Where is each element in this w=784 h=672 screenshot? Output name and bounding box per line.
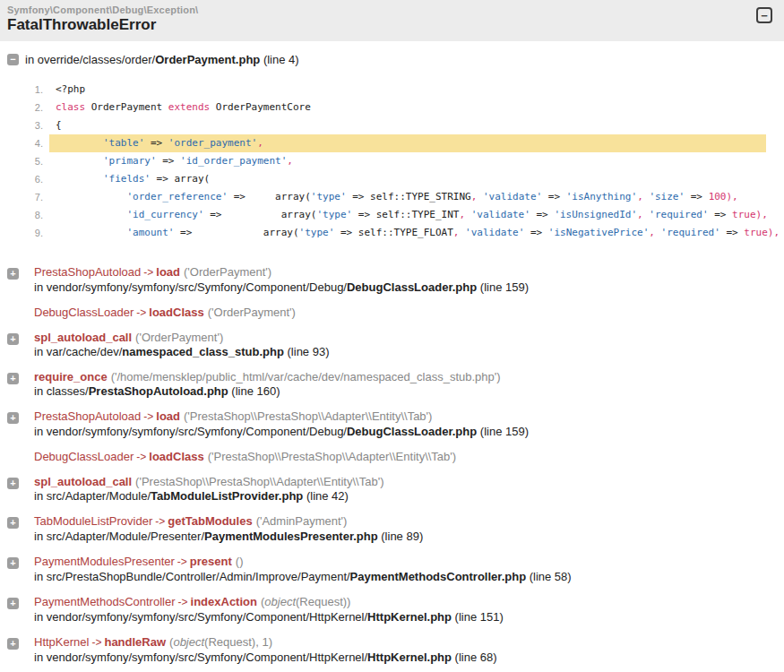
trace-entry-body: DebugClassLoader->loadClass('PrestaShop\… <box>34 450 456 464</box>
collapse-all-icon: − <box>761 10 768 22</box>
trace-entry-body: PaymentModulesPresenter->present()in src… <box>34 555 572 584</box>
trace-method-name: getTabModules <box>168 514 252 528</box>
code-text: 'primary' => 'id_order_payment', <box>49 152 766 170</box>
trace-icon-column: + <box>7 475 34 504</box>
line-number: 7. <box>0 188 43 206</box>
trace-file-location: in vendor/symfony/symfony/src/Symfony/Co… <box>34 425 529 439</box>
code-line: 1.<?php <box>0 81 784 99</box>
expand-plus-icon[interactable]: + <box>7 598 19 609</box>
trace-call-line[interactable]: require_once('/home/mensklep/public_html… <box>34 370 501 383</box>
expand-plus-icon[interactable]: + <box>7 268 19 280</box>
line-number: 5. <box>0 152 43 170</box>
trace-icon-column: + <box>7 265 34 295</box>
trace-entry-body: spl_autoload_call('OrderPayment')in var/… <box>34 331 330 359</box>
trace-method-name: handleRaw <box>104 635 166 649</box>
trace-arguments: () <box>236 555 244 568</box>
expand-plus-icon[interactable]: + <box>7 333 19 345</box>
collapse-all-button[interactable]: − <box>756 7 772 23</box>
trace-line-number: (line 68) <box>452 650 497 664</box>
trace-class-name: PrestaShopAutoload <box>34 409 141 423</box>
code-line: 7. 'order_reference' => array('type' => … <box>0 188 784 206</box>
trace-file-name: namespaced_class_stub.php <box>122 345 284 358</box>
trace-entry: +PaymentModulesPresenter->present()in sr… <box>7 555 784 584</box>
collapse-source-icon[interactable]: − <box>7 54 19 65</box>
code-text: 'id_currency' => array('type' => self::T… <box>49 206 768 224</box>
trace-call-line[interactable]: spl_autoload_call('PrestaShop\\PrestaSho… <box>34 475 383 488</box>
trace-icon-column: + <box>7 635 34 665</box>
trace-class-name: PaymentMethodsController <box>34 595 176 608</box>
trace-class-name: PaymentModulesPresenter <box>34 555 175 568</box>
line-number: 3. <box>0 116 43 134</box>
line-number: 9. <box>0 224 43 242</box>
trace-arguments: ('PrestaShop\\PrestaShop\\Adapter\\Entit… <box>208 450 456 463</box>
trace-file-name: PaymentModulesPresenter.php <box>204 530 378 543</box>
expand-plus-icon[interactable]: + <box>7 478 19 489</box>
trace-call-line[interactable]: DebugClassLoader->loadClass('OrderPaymen… <box>34 306 296 320</box>
trace-line-number: (line 159) <box>477 425 529 438</box>
trace-file-name: HttpKernel.php <box>367 650 452 664</box>
trace-icon-column: + <box>7 331 34 359</box>
code-text: { <box>49 116 766 134</box>
trace-file-name: PrestaShopAutoload.php <box>89 384 228 398</box>
trace-arguments: ('OrderPayment') <box>184 265 271 279</box>
trace-entry: +HttpKernel->handleRaw(object(Request), … <box>7 635 784 665</box>
trace-call-line[interactable]: HttpKernel->handleRaw(object(Request), 1… <box>34 635 497 650</box>
source-file-path: in override/classes/order/OrderPayment.p… <box>25 53 299 66</box>
arrow-icon: -> <box>143 266 153 279</box>
exception-namespace: Symfony\Component\Debug\Exception\ <box>7 4 775 15</box>
trace-file-name: DebugClassLoader.php <box>347 280 477 294</box>
code-text: 'order_reference' => array('type' => sel… <box>49 188 766 206</box>
expand-plus-icon[interactable]: + <box>7 412 19 424</box>
line-number: 2. <box>0 99 43 116</box>
expand-plus-icon[interactable]: + <box>7 517 19 529</box>
code-text: 'table' => 'order_payment', <box>49 134 766 152</box>
trace-entry-body: PrestaShopAutoload->load('OrderPayment')… <box>34 265 529 295</box>
trace-call-line[interactable]: PrestaShopAutoload->load('OrderPayment') <box>34 265 529 280</box>
trace-arguments: ('PrestaShop\\PrestaShop\\Adapter\\Entit… <box>135 475 383 488</box>
expand-plus-icon[interactable]: + <box>7 373 19 384</box>
trace-entry-body: HttpKernel->handleRaw(object(Request), 1… <box>34 635 497 665</box>
arrow-icon: -> <box>91 636 101 649</box>
trace-icon-column: + <box>7 370 34 399</box>
code-line: 6. 'fields' => array( <box>0 170 784 188</box>
trace-icon-column: + <box>7 409 34 439</box>
line-number: 1. <box>0 81 43 99</box>
code-line: 3.{ <box>0 116 784 134</box>
trace-file-location: in var/cache/dev/namespaced_class_stub.p… <box>34 345 330 359</box>
trace-call-line[interactable]: DebugClassLoader->loadClass('PrestaShop\… <box>34 450 456 464</box>
exception-title: FatalThrowableError <box>7 16 775 34</box>
trace-method-name: load <box>156 265 180 279</box>
trace-call-line[interactable]: TabModuleListProvider->getTabModules('Ad… <box>34 514 423 529</box>
code-line: 9. 'amount' => array('type' => self::TYP… <box>0 224 784 242</box>
trace-icon-column <box>7 306 34 320</box>
trace-file-location: in vendor/symfony/symfony/src/Symfony/Co… <box>34 610 504 625</box>
stack-trace: +PrestaShopAutoload->load('OrderPayment'… <box>7 265 784 665</box>
trace-arguments: ('PrestaShop\\PrestaShop\\Adapter\\Entit… <box>184 409 432 423</box>
trace-file-location: in src/Adapter/Module/Presenter/PaymentM… <box>34 530 423 544</box>
trace-line-number: (line 160) <box>228 384 280 398</box>
expand-plus-icon[interactable]: + <box>7 638 19 650</box>
arrow-icon: -> <box>155 515 165 528</box>
trace-entry-body: require_once('/home/mensklep/public_html… <box>34 370 501 399</box>
trace-entry: DebugClassLoader->loadClass('OrderPaymen… <box>7 306 784 320</box>
trace-call-line[interactable]: PaymentModulesPresenter->present() <box>34 555 572 569</box>
code-text: <?php <box>49 81 766 99</box>
trace-entry: DebugClassLoader->loadClass('PrestaShop\… <box>7 450 784 464</box>
trace-class-name: TabModuleListProvider <box>34 514 152 528</box>
trace-line-number: (line 58) <box>526 570 572 583</box>
trace-method-name: loadClass <box>149 450 203 463</box>
trace-call-line[interactable]: PaymentMethodsController->indexAction(ob… <box>34 595 504 609</box>
code-line-highlighted: 4. 'table' => 'order_payment', <box>0 134 784 152</box>
trace-entry-body: DebugClassLoader->loadClass('OrderPaymen… <box>34 306 296 320</box>
trace-call-line[interactable]: PrestaShopAutoload->load('PrestaShop\\Pr… <box>34 409 529 424</box>
trace-file-location: in vendor/symfony/symfony/src/Symfony/Co… <box>34 280 529 295</box>
trace-entry-body: spl_autoload_call('PrestaShop\\PrestaSho… <box>34 475 383 504</box>
trace-icon-column <box>7 450 34 464</box>
expand-plus-icon[interactable]: + <box>7 557 19 569</box>
trace-call-line[interactable]: spl_autoload_call('OrderPayment') <box>34 331 330 344</box>
trace-method-name: load <box>156 409 180 423</box>
trace-entry: +spl_autoload_call('OrderPayment')in var… <box>7 331 784 359</box>
trace-class-name: DebugClassLoader <box>34 306 134 319</box>
trace-entry: +require_once('/home/mensklep/public_htm… <box>7 370 784 399</box>
code-excerpt: 1.<?php2.class OrderPayment extends Orde… <box>0 81 784 242</box>
